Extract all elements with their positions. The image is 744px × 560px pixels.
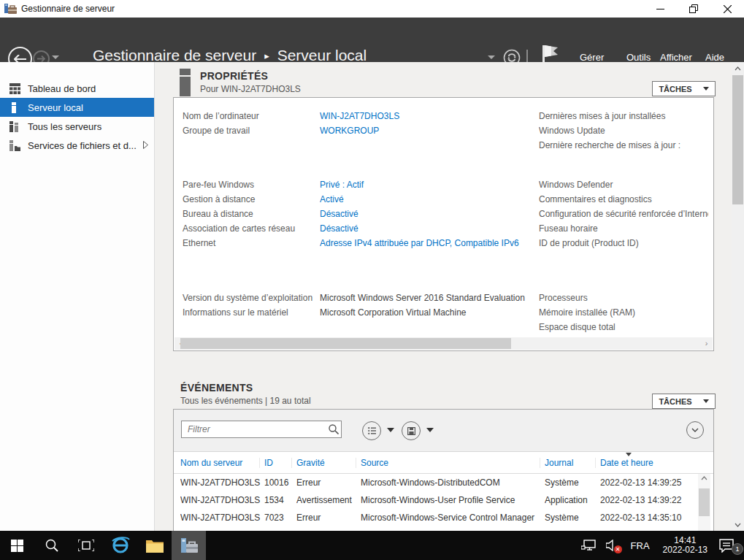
list-icon	[368, 427, 376, 434]
system-tray: ✕ FRA 14:41 2022-02-13 1	[576, 531, 744, 560]
chevron-down-icon	[703, 87, 709, 91]
prop-value-link[interactable]: Désactivé	[320, 209, 358, 219]
sidebar-item-serveur-local[interactable]: Serveur local	[0, 98, 154, 117]
prop-value-link[interactable]: Privé : Actif	[320, 180, 364, 190]
properties-tasks-button[interactable]: TÂCHES	[652, 81, 716, 96]
main-scrollbar[interactable]	[732, 62, 744, 531]
task-view-icon	[78, 540, 94, 551]
table-row[interactable]: WIN-J2AT7DHO3LS 1534 Avertissement Micro…	[174, 491, 713, 509]
sidebar: Tableau de bord Serveur local Tous les s…	[0, 62, 155, 531]
sidebar-item-tableau-de-bord[interactable]: Tableau de bord	[0, 79, 154, 98]
network-icon	[581, 540, 596, 552]
taskbar-search-button[interactable]	[34, 531, 69, 560]
saved-filters-button[interactable]	[362, 421, 381, 440]
file-explorer-button[interactable]	[137, 531, 172, 560]
column-header-id[interactable]: ID	[264, 458, 292, 468]
internet-explorer-icon	[111, 536, 130, 555]
properties-server-icon	[178, 69, 192, 96]
collapse-tile-button[interactable]	[686, 421, 704, 439]
column-header-journal[interactable]: Journal	[545, 458, 596, 468]
table-row[interactable]: WIN-J2AT7DHO3LS 7023 Erreur Microsoft-Wi…	[174, 509, 713, 526]
history-dropdown-caret-icon[interactable]	[52, 55, 59, 59]
column-header-gravite[interactable]: Gravité	[296, 458, 356, 468]
cell-id: 10016	[264, 477, 296, 488]
task-view-button[interactable]	[69, 531, 103, 560]
cell-log: Système	[545, 513, 600, 523]
events-table-header: Nom du serveur ID Gravité Source Journal…	[174, 451, 713, 474]
navbar: Gestionnaire de serveur ▸ Serveur local …	[0, 18, 744, 62]
events-subtitle: Tous les événements | 19 au total	[180, 396, 311, 406]
volume-tray-button[interactable]: ✕	[601, 531, 624, 560]
scrollbar-thumb[interactable]	[180, 338, 511, 349]
sidebar-item-label: Serveur local	[28, 102, 83, 113]
server-manager-icon	[180, 537, 198, 553]
window-title: Gestionnaire de serveur	[21, 4, 115, 14]
properties-horizontal-scrollbar[interactable]: ‹ ›	[175, 337, 713, 350]
prop-value-link[interactable]: Adresse IPv4 attribuée par DHCP, Compati…	[320, 238, 519, 248]
column-header-nom-du-serveur[interactable]: Nom du serveur	[180, 458, 260, 468]
prop-value-link[interactable]: WIN-J2AT7DHO3LS	[320, 111, 399, 121]
prop-label: Gestion à distance	[183, 194, 320, 204]
menu-aide[interactable]: Aide	[705, 52, 724, 63]
events-tasks-button[interactable]: TÂCHES	[652, 394, 716, 409]
events-tasks-label: TÂCHES	[659, 397, 691, 406]
save-filter-button[interactable]	[402, 421, 421, 440]
scroll-up-icon[interactable]	[701, 476, 707, 480]
scrollbar-thumb[interactable]	[699, 488, 710, 516]
menu-gerer[interactable]: Gérer	[580, 52, 604, 63]
sidebar-item-services-de-fichiers[interactable]: Services de fichiers et d...	[0, 136, 154, 155]
scroll-down-icon[interactable]	[732, 518, 744, 531]
events-title: ÉVÉNEMENTS	[180, 382, 253, 394]
cell-source: Microsoft-Windows-Service Control Manage…	[361, 513, 545, 523]
expand-arrow-icon[interactable]	[143, 141, 148, 149]
cell-log: Application	[545, 495, 600, 505]
network-tray-button[interactable]	[576, 531, 601, 560]
prop-label: Ethernet	[183, 238, 320, 248]
sidebar-item-label: Services de fichiers et d...	[28, 140, 137, 151]
menu-afficher[interactable]: Afficher	[660, 52, 692, 63]
search-icon[interactable]	[329, 424, 339, 434]
start-button[interactable]	[0, 531, 34, 560]
menu-outils[interactable]: Outils	[626, 52, 651, 63]
prop-label: Configuration de sécurité renforcée d’In…	[539, 209, 708, 223]
events-toolbar	[174, 410, 713, 452]
scrollbar-thumb[interactable]	[732, 75, 743, 204]
close-button[interactable]	[710, 0, 744, 18]
clock[interactable]: 14:41 2022-02-13	[656, 536, 714, 555]
minimize-button[interactable]	[643, 0, 677, 18]
breadcrumb-dropdown-caret-icon[interactable]	[488, 55, 495, 59]
properties-tasks-label: TÂCHES	[659, 85, 691, 93]
events-table-body: WIN-J2AT7DHO3LS 10016 Erreur Microsoft-W…	[174, 474, 713, 526]
internet-explorer-button[interactable]	[103, 531, 137, 560]
prop-label: Version du système d’exploitation	[183, 293, 320, 303]
filter-input[interactable]	[181, 421, 342, 438]
taskbar: ✕ FRA 14:41 2022-02-13 1	[0, 531, 744, 560]
language-indicator[interactable]: FRA	[624, 540, 656, 551]
table-row[interactable]: WIN-J2AT7DHO3LS 10016 Erreur Microsoft-W…	[174, 474, 713, 491]
prop-value-link[interactable]: WORKGROUP	[320, 126, 379, 136]
prop-value-link[interactable]: Désactivé	[320, 223, 358, 234]
save-disk-icon	[407, 427, 415, 435]
sort-descending-icon	[626, 453, 632, 456]
prop-value: Microsoft Windows Server 2016 Standard E…	[320, 293, 525, 303]
column-header-source[interactable]: Source	[361, 458, 540, 468]
restore-button[interactable]	[677, 0, 710, 18]
sidebar-item-tous-les-serveurs[interactable]: Tous les serveurs	[0, 117, 154, 136]
chevron-down-icon[interactable]	[426, 428, 434, 432]
column-header-date-et-heure[interactable]: Date et heure	[600, 458, 702, 468]
chevron-down-icon[interactable]	[387, 428, 394, 432]
server-manager-taskbar-button[interactable]	[172, 531, 206, 560]
scroll-right-icon[interactable]: ›	[700, 337, 713, 350]
cell-datetime: 2022-02-13 14:39:22	[600, 495, 706, 505]
prop-value-link[interactable]: Activé	[320, 194, 344, 204]
prop-label: Fuseau horaire	[539, 223, 708, 238]
properties-panel: Nom de l’ordinateurWIN-J2AT7DHO3LS Group…	[173, 97, 714, 351]
dashboard-icon	[9, 83, 20, 94]
action-center-button[interactable]: 1	[714, 531, 744, 560]
scroll-up-icon[interactable]	[732, 62, 744, 74]
cell-severity: Erreur	[296, 513, 361, 523]
prop-label: Commentaires et diagnostics	[539, 194, 708, 209]
events-table-scrollbar[interactable]	[698, 474, 710, 531]
events-panel: Nom du serveur ID Gravité Source Journal…	[173, 409, 714, 531]
local-server-icon	[9, 102, 20, 113]
